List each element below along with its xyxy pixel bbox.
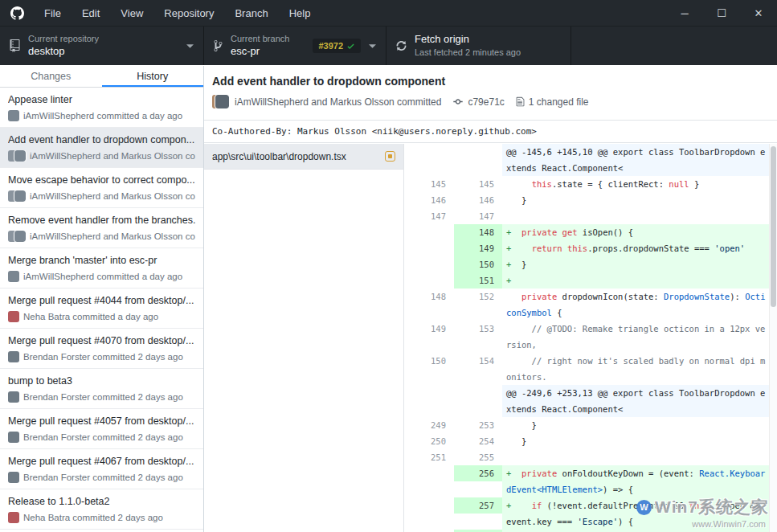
code-token: .state = { clientRect: xyxy=(552,179,669,189)
code-token xyxy=(511,292,521,301)
main-panel: Add event handler to dropdown component … xyxy=(204,66,777,532)
history-item[interactable]: Move escape behavior to correct compo...… xyxy=(0,168,203,208)
commit-meta-row: iAmWillShepherd and Markus Olsson co... xyxy=(8,150,195,162)
code-token: } xyxy=(511,420,537,430)
tab-changes[interactable]: Changes xyxy=(0,66,102,87)
avatar xyxy=(212,95,229,108)
diff-line-content: + return this.props.dropdownState === 'o… xyxy=(502,240,777,256)
diff-line-content: @@ -249,6 +253,13 @@ export class Toolba… xyxy=(502,385,777,417)
diff-line-content: } xyxy=(502,192,777,208)
commit-meta: iAmWillShepherd and Markus Olsson commit… xyxy=(212,95,767,108)
history-item[interactable]: Merge pull request #4057 from desktop/..… xyxy=(0,409,203,449)
new-line-number: 152 xyxy=(454,289,502,305)
branch-picker[interactable]: Current branch esc-pr #3972 xyxy=(204,27,386,65)
diff-line-content: + xyxy=(502,272,777,289)
menu-repository[interactable]: Repository xyxy=(153,0,224,26)
file-item[interactable]: app\src\ui\toolbar\dropdown.tsx xyxy=(204,144,403,170)
fetch-origin-label: Fetch origin xyxy=(415,33,521,46)
file-list: app\src\ui\toolbar\dropdown.tsx xyxy=(204,144,404,532)
menu-file[interactable]: File xyxy=(34,0,72,26)
branch-name: esc-pr xyxy=(231,45,289,58)
new-line-number: 254 xyxy=(454,433,502,449)
old-line-number: 145 xyxy=(404,176,454,192)
commit-summary: Remove event handler from the branches..… xyxy=(8,215,195,226)
history-item[interactable]: Merge pull request #4067 from desktop/..… xyxy=(0,449,203,489)
diff-row-context: 149153 // @TODO: Remake triangle octicon… xyxy=(404,321,777,353)
commit-meta-row: iAmWillShepherd committed a day ago xyxy=(8,271,195,282)
sidebar-tabs: ChangesHistory xyxy=(0,66,203,88)
history-item[interactable]: Merge pull request #4070 from desktop/..… xyxy=(0,329,203,369)
repository-picker-label: Current repository xyxy=(28,34,99,45)
avatar xyxy=(8,110,19,121)
diff-line-prefix: + xyxy=(506,276,511,285)
new-line-number: 257 xyxy=(454,497,502,514)
commit-meta-text: iAmWillShepherd and Markus Olsson co... xyxy=(30,231,195,241)
repository-name: desktop xyxy=(28,45,99,58)
commit-header: Add event handler to dropdown component … xyxy=(204,66,777,121)
diff-line-content: + private get isOpen() { xyxy=(502,224,777,240)
tab-history[interactable]: History xyxy=(102,66,204,87)
pr-status-badge[interactable]: #3972 xyxy=(313,39,361,53)
new-line-number: 253 xyxy=(454,417,502,433)
menu-view[interactable]: View xyxy=(110,0,153,26)
code-token xyxy=(511,469,521,478)
history-item[interactable]: bump to beta3Brendan Forster committed 2… xyxy=(0,369,203,409)
avatar xyxy=(14,150,26,162)
diff-row-add: 148+ private get isOpen() { xyxy=(404,224,777,240)
commit-sha[interactable]: c79e71c xyxy=(468,96,504,108)
diff-row-context: 250254 } xyxy=(404,433,777,449)
code-token: .props.dropdownState === xyxy=(587,243,714,253)
diff-body: @@ -145,6 +145,10 @@ export class Toolba… xyxy=(404,144,777,532)
diff-row-context: 150154 // right now it's scaled badly on… xyxy=(404,353,777,385)
menu-edit[interactable]: Edit xyxy=(72,0,110,26)
minimize-button[interactable]: ─ xyxy=(666,0,703,26)
diff-line-content: } xyxy=(502,417,777,433)
file-icon xyxy=(516,96,525,107)
commit-summary: Merge pull request #4044 from desktop/..… xyxy=(8,295,195,306)
code-token: // right now it's scaled badly on normal… xyxy=(506,356,765,382)
new-line-number: 147 xyxy=(454,208,502,224)
modified-status-icon xyxy=(385,151,395,162)
diff-row-context: 146146 } xyxy=(404,192,777,208)
maximize-button[interactable]: ☐ xyxy=(703,0,740,26)
commit-meta-text: Brendan Forster committed 2 days ago xyxy=(23,352,183,362)
scrollbar[interactable] xyxy=(769,144,777,532)
history-item[interactable]: Release to 1.1.0-beta2Neha Batra committ… xyxy=(0,489,203,530)
old-line-number: 249 xyxy=(404,417,454,433)
menu-help[interactable]: Help xyxy=(279,0,321,26)
diff-row-context: 249253 } xyxy=(404,417,777,433)
commit-meta-text: iAmWillShepherd committed a day ago xyxy=(23,111,182,121)
avatar xyxy=(8,351,19,362)
code-token: ) { xyxy=(618,517,633,526)
commit-meta-row: Brendan Forster committed 2 days ago xyxy=(8,351,195,362)
commit-summary: bump to beta3 xyxy=(8,375,195,387)
close-button[interactable]: ✕ xyxy=(740,0,777,26)
scrollbar-thumb[interactable] xyxy=(771,146,776,307)
diff-row-add: 256+ private onFoldoutKeyDown = (event: … xyxy=(404,465,777,497)
commit-summary: Merge pull request #4070 from desktop/..… xyxy=(8,335,195,346)
commit-content: app\src\ui\toolbar\dropdown.tsx @@ -145,… xyxy=(204,144,777,532)
code-token xyxy=(511,179,531,189)
diff-row-add: 149+ return this.props.dropdownState ===… xyxy=(404,240,777,256)
menu-branch[interactable]: Branch xyxy=(224,0,278,26)
diff-row-hunk: @@ -249,6 +253,13 @@ export class Toolba… xyxy=(404,385,777,417)
diff-row-add: 150+ } xyxy=(404,256,777,272)
history-item[interactable]: Appease linteriAmWillShepherd committed … xyxy=(0,88,203,128)
commit-meta-row: Brendan Forster committed 2 days ago xyxy=(8,391,195,403)
diff-line-prefix xyxy=(506,211,511,221)
history-item[interactable]: Remove event handler from the branches..… xyxy=(0,208,203,248)
code-token: null xyxy=(669,179,689,189)
commit-meta-row: Neha Batra committed 2 days ago xyxy=(8,512,195,523)
new-line-number: 149 xyxy=(454,240,502,256)
repository-picker[interactable]: Current repository desktop xyxy=(0,27,204,65)
history-item[interactable]: Add event handler to dropdown compon...i… xyxy=(0,128,203,168)
diff-line-content: this.state = { clientRect: null } xyxy=(502,176,777,192)
history-item[interactable]: Merge pull request #4044 from desktop/..… xyxy=(0,289,203,329)
fetch-origin-button[interactable]: Fetch origin Last fetched 2 minutes ago xyxy=(386,27,571,65)
code-token: } xyxy=(689,179,700,189)
code-token: 'Escape' xyxy=(578,517,619,526)
commit-meta-row: Brendan Forster committed 2 days ago xyxy=(8,432,195,443)
diff-row-add: 151+ xyxy=(404,272,777,289)
commit-meta-text: iAmWillShepherd and Markus Olsson co... xyxy=(30,191,195,201)
history-item[interactable]: Merge branch 'master' into esc-priAmWill… xyxy=(0,248,203,289)
